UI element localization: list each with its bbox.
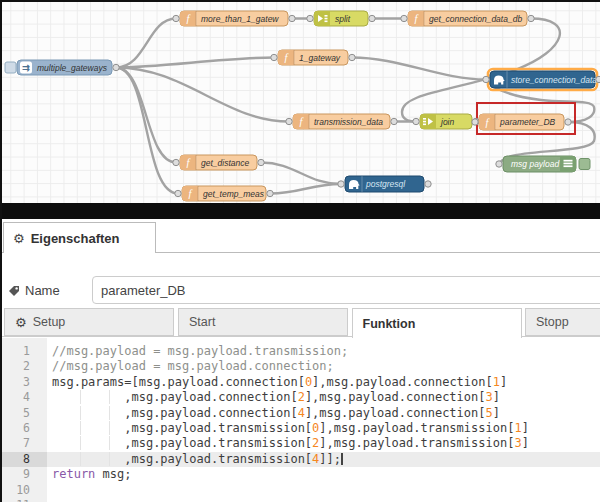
node-label: parameter_DB [499, 117, 556, 127]
wire[interactable] [352, 58, 486, 80]
output-port[interactable] [258, 159, 264, 165]
window-top-border [0, 0, 600, 2]
tag-icon [8, 285, 20, 297]
function-editor-tabs: ⚙SetupStartFunktionStopp [0, 308, 600, 337]
wire[interactable] [270, 184, 341, 194]
tab-start[interactable]: Start [178, 308, 348, 336]
code-line [47, 498, 600, 502]
input-port[interactable] [401, 15, 407, 21]
input-port[interactable] [173, 159, 179, 165]
input-port[interactable] [496, 161, 502, 167]
node-split[interactable]: split [307, 11, 375, 26]
properties-panel: ⚙ Eigenschaften Name ⚙SetupStartFunktion… [0, 219, 600, 502]
node-store_connection_data[interactable]: store_connection_data [483, 69, 600, 90]
input-port[interactable] [307, 15, 313, 21]
line-number: 10 [2, 483, 47, 498]
debug-grille-icon [564, 160, 573, 167]
node-postgresql[interactable]: postgresql [338, 176, 431, 192]
node-label: postgresql [365, 179, 406, 189]
line-number: 7 [2, 436, 47, 451]
node-label: multiple_gateways [37, 63, 108, 73]
node-more_than_1_gatew[interactable]: fmore_than_1_gatew [173, 11, 295, 26]
wire[interactable] [261, 163, 341, 185]
node-join[interactable]: join [413, 114, 479, 129]
code-line [47, 483, 600, 498]
window-left-border [0, 0, 2, 502]
node-get_distance[interactable]: fget_distance [173, 155, 264, 170]
properties-tab-row: ⚙ Eigenschaften [0, 222, 600, 253]
input-port[interactable] [175, 190, 181, 196]
node-label: split [335, 14, 351, 24]
line-number: 8 [2, 452, 47, 467]
output-port[interactable] [528, 15, 534, 21]
node-get_connection_data_db[interactable]: fget_connection_data_db [401, 11, 534, 26]
node-red-window: ⇉multiple_gatewaysfmore_than_1_gatewspli… [0, 0, 600, 502]
input-port[interactable] [338, 181, 344, 187]
node-transmission_data[interactable]: ftransmission_data [286, 114, 397, 129]
line-number: 2 [2, 359, 47, 374]
line-number: 9 [2, 467, 47, 482]
name-label: Name [8, 283, 60, 298]
tab-eigenschaften-label: Eigenschaften [31, 231, 120, 246]
code-line: return msg; [47, 467, 600, 482]
wire[interactable] [116, 19, 176, 68]
code-line: ,msg.payload.connection[4],msg.payload.c… [47, 406, 600, 421]
inject-arrow-icon: ⇉ [22, 63, 30, 73]
node-label: get_temp_meas [203, 189, 265, 199]
output-port[interactable] [349, 54, 355, 60]
tab-label: Start [189, 315, 215, 329]
output-port[interactable] [369, 15, 375, 21]
node-1_gateway[interactable]: f1_gateway [271, 50, 355, 65]
node-multiple_gateways[interactable]: ⇉multiple_gateways [5, 60, 119, 75]
output-port[interactable] [565, 119, 571, 125]
node-parameter_DB[interactable]: fparameter_DB [472, 114, 571, 130]
code-line: msg.params=[msg.payload.connection[0],ms… [47, 375, 600, 390]
gear-icon: ⚙ [13, 231, 25, 246]
tab-label: Stopp [536, 315, 569, 329]
input-port[interactable] [173, 15, 179, 21]
input-port[interactable] [413, 118, 419, 124]
node-label: get_distance [201, 158, 249, 168]
node-label: more_than_1_gatew [201, 14, 279, 24]
node-label: msg payload [511, 159, 559, 169]
code-line: ,msg.payload.connection[2],msg.payload.c… [47, 390, 600, 405]
panel-separator[interactable] [0, 203, 600, 219]
node-msg_payload[interactable]: msg payload [496, 156, 590, 172]
tab-stopp[interactable]: Stopp [525, 308, 600, 336]
line-number: 11 [2, 498, 47, 502]
debug-toggle-button[interactable] [579, 159, 590, 170]
code-line: //msg.payload = msg.payload.transmission… [47, 344, 600, 359]
wire[interactable] [116, 68, 178, 194]
input-port[interactable] [472, 119, 478, 125]
line-number: 6 [2, 421, 47, 436]
line-number: 1 [2, 344, 47, 359]
node-label: join [440, 117, 455, 127]
name-input[interactable] [92, 276, 600, 304]
input-port[interactable] [286, 118, 292, 124]
output-port[interactable] [267, 190, 273, 196]
wire[interactable] [116, 58, 274, 68]
line-number: 3 [2, 375, 47, 390]
text-cursor [341, 453, 343, 465]
node-label: store_connection_data [511, 75, 597, 85]
code-editor[interactable]: 1234567891011 //msg.payload = msg.payloa… [2, 338, 600, 502]
wire[interactable] [116, 68, 176, 163]
line-number: 5 [2, 406, 47, 421]
tab-setup[interactable]: ⚙Setup [4, 308, 174, 336]
flow-canvas[interactable]: ⇉multiple_gatewaysfmore_than_1_gatewspli… [0, 0, 600, 203]
tab-label: Funktion [363, 317, 416, 331]
output-port[interactable] [391, 118, 397, 124]
inject-button[interactable] [5, 62, 16, 73]
input-port[interactable] [483, 76, 489, 82]
output-port[interactable] [113, 64, 119, 70]
input-port[interactable] [271, 54, 277, 60]
flow-graph: ⇉multiple_gatewaysfmore_than_1_gatewspli… [0, 0, 600, 203]
output-port[interactable] [425, 181, 431, 187]
node-get_temp_meas[interactable]: fget_temp_meas [175, 186, 273, 201]
tab-funktion[interactable]: Funktion [352, 308, 522, 338]
editor-code[interactable]: //msg.payload = msg.payload.transmission… [47, 338, 600, 502]
tab-label: Setup [33, 315, 66, 329]
output-port[interactable] [596, 76, 600, 82]
tab-eigenschaften[interactable]: ⚙ Eigenschaften [3, 222, 156, 253]
output-port[interactable] [289, 15, 295, 21]
